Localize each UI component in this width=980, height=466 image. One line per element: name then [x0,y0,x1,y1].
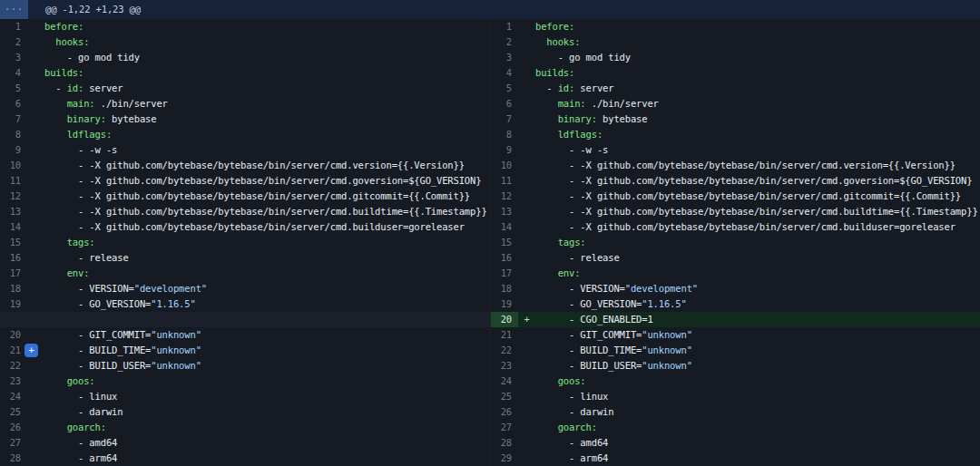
diff-row: 5 - id: server [0,81,490,96]
line-number[interactable]: 4 [0,65,27,81]
line-number[interactable]: 1 [491,19,518,34]
line-number[interactable]: 3 [491,50,518,65]
line-number[interactable]: 2 [491,34,518,50]
code-line: main: ./bin/server [535,96,980,112]
code-line: - -X github.com/bytebase/bytebase/bin/se… [44,173,490,189]
diff-marker [27,404,44,420]
line-number[interactable]: 20 [491,312,518,327]
code-line: tags: [535,235,980,250]
line-number[interactable]: 22 [0,358,27,374]
line-number[interactable]: 23 [491,358,518,374]
line-number[interactable]: 7 [491,112,518,127]
line-number[interactable]: 9 [0,142,27,158]
code-line: goarch: [535,420,980,435]
diff-row: 20+ - CGO_ENABLED=1 [491,312,980,327]
code-line: - VERSION="development" [44,281,490,296]
diff-marker [27,327,44,343]
line-number[interactable]: 28 [0,451,27,466]
line-number[interactable]: 9 [491,142,518,158]
line-number[interactable]: 5 [0,81,27,96]
line-number[interactable]: 20 [0,327,27,343]
diff-marker [518,65,535,81]
code-line: builds: [44,65,490,81]
line-number[interactable]: 15 [491,235,518,250]
diff-row: 21 - GIT_COMMIT="unknown" [491,327,980,343]
line-number[interactable]: 24 [491,374,518,389]
diff-marker [518,204,535,219]
diff-marker [27,96,44,112]
line-number[interactable]: 21 [491,327,518,343]
line-number[interactable]: 26 [0,420,27,435]
line-number[interactable]: 17 [491,266,518,281]
line-number[interactable]: 2 [0,34,27,50]
add-comment-button[interactable]: + [24,344,38,357]
line-number[interactable]: 19 [491,296,518,312]
diff-marker [518,266,535,281]
diff-row: 13 - -X github.com/bytebase/bytebase/bin… [0,204,490,219]
line-number[interactable]: 22 [491,343,518,358]
line-number[interactable]: 12 [0,189,27,204]
line-number[interactable]: 21 [0,343,27,358]
diff-row: 19 - GO_VERSION="1.16.5" [491,296,980,312]
code-line: hooks: [535,34,980,50]
line-number[interactable]: 12 [491,189,518,204]
code-line: builds: [535,65,980,81]
line-number[interactable]: 13 [491,204,518,219]
line-number[interactable]: 18 [491,281,518,296]
code-line: before: [535,19,980,34]
line-number[interactable]: 14 [491,219,518,235]
expand-hunk-button[interactable]: ··· [0,0,28,19]
line-number[interactable]: 3 [0,50,27,65]
line-number[interactable]: 5 [491,81,518,96]
line-number[interactable]: 15 [0,235,27,250]
code-line: - go mod tidy [535,50,980,65]
code-line: - linux [44,389,490,404]
line-number[interactable]: 16 [491,250,518,266]
line-number[interactable]: 24 [0,389,27,404]
line-number[interactable]: 8 [491,127,518,142]
diff-row: 26 goarch: [0,420,490,435]
line-number[interactable]: 27 [491,420,518,435]
line-number[interactable]: 19 [0,296,27,312]
line-number[interactable]: 10 [491,158,518,173]
line-number[interactable]: 18 [0,281,27,296]
line-number[interactable]: 17 [0,266,27,281]
line-number[interactable]: 1 [0,19,27,34]
diff-row: 3 - go mod tidy [0,50,490,65]
line-number[interactable]: 23 [0,374,27,389]
line-number[interactable]: 25 [0,404,27,420]
line-number [0,312,27,327]
diff-row: 26 - darwin [491,404,980,420]
line-number[interactable]: 25 [491,389,518,404]
line-number[interactable]: 4 [491,65,518,81]
code-line: - linux [535,389,980,404]
line-number[interactable]: 13 [0,204,27,219]
diff-row: 4builds: [0,65,490,81]
line-number[interactable]: 8 [0,127,27,142]
line-number[interactable]: 16 [0,250,27,266]
line-number[interactable]: 11 [0,173,27,189]
diff-row: 24 - linux [0,389,490,404]
diff-row: 15 tags: [491,235,980,250]
line-number[interactable]: 6 [0,96,27,112]
diff-marker [518,327,535,343]
line-number[interactable]: 14 [0,219,27,235]
line-number[interactable]: 6 [491,96,518,112]
line-number[interactable]: 29 [491,451,518,466]
line-number[interactable]: 10 [0,158,27,173]
line-number[interactable]: 7 [0,112,27,127]
code-line: goos: [535,374,980,389]
diff-row: 14 - -X github.com/bytebase/bytebase/bin… [491,219,980,235]
diff-row: 10 - -X github.com/bytebase/bytebase/bin… [0,158,490,173]
diff-row: 23 - BUILD_USER="unknown" [491,358,980,374]
diff-marker [27,50,44,65]
line-number[interactable]: 28 [491,435,518,451]
diff-row: 22 - BUILD_TIME="unknown" [491,343,980,358]
code-line: env: [535,266,980,281]
line-number[interactable]: 26 [491,404,518,420]
line-number[interactable]: 27 [0,435,27,451]
line-number[interactable]: 11 [491,173,518,189]
diff-marker [518,404,535,420]
diff-row: 13 - -X github.com/bytebase/bytebase/bin… [491,204,980,219]
diff-marker [518,420,535,435]
